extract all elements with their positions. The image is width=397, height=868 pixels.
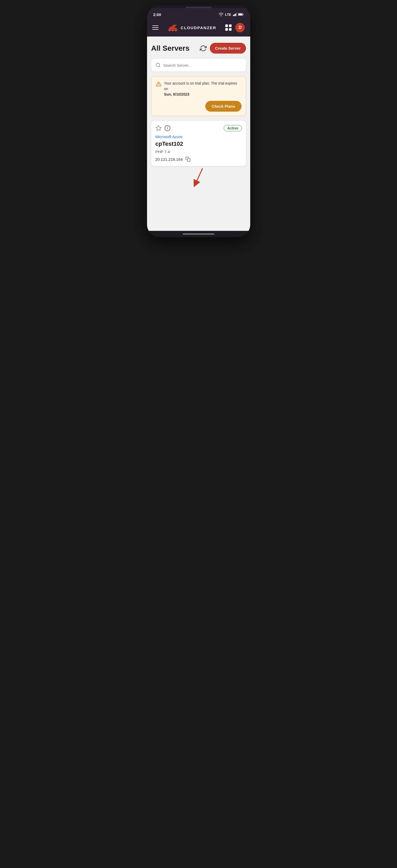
svg-rect-2: [235, 14, 236, 16]
logo-area: CLOUDPANZER: [167, 24, 216, 32]
card-provider: Microsoft Azure: [155, 134, 242, 139]
logo-tank-icon: [167, 24, 179, 32]
lte-label: LTE: [225, 12, 231, 17]
svg-point-25: [158, 85, 159, 86]
hamburger-menu-button[interactable]: [152, 26, 159, 30]
card-ip-row: 20.121.218.164: [155, 157, 242, 162]
svg-line-31: [195, 168, 203, 184]
check-plans-button[interactable]: Check Plans: [205, 101, 241, 112]
active-badge: Active: [224, 125, 242, 131]
svg-rect-18: [225, 24, 228, 27]
home-indicator: [147, 231, 250, 237]
server-card[interactable]: Active Microsoft Azure cpTest102 PHP 7.4…: [151, 121, 246, 166]
trial-banner: Your account is on trial plan, The trial…: [151, 76, 246, 116]
svg-rect-19: [229, 24, 232, 27]
card-icons: [155, 125, 171, 131]
page-header: All Servers Create Server: [151, 43, 246, 54]
user-avatar[interactable]: D: [235, 23, 245, 32]
warning-icon: [156, 81, 161, 87]
search-input[interactable]: [163, 63, 242, 67]
svg-rect-20: [225, 28, 228, 31]
svg-rect-0: [233, 15, 234, 16]
nav-right: D: [225, 23, 245, 32]
status-icons: LTE: [219, 12, 244, 17]
navbar: CLOUDPANZER D: [147, 20, 250, 36]
refresh-icon[interactable]: [200, 45, 207, 52]
create-server-button[interactable]: Create Server: [210, 43, 246, 54]
svg-rect-17: [168, 29, 178, 30]
signal-icon: [233, 12, 237, 16]
svg-rect-3: [236, 13, 237, 16]
card-php: PHP 7.4: [155, 149, 242, 154]
battery-icon: [238, 12, 244, 16]
phone-frame: 2:00 LTE: [147, 5, 250, 237]
logo-text: CLOUDPANZER: [181, 26, 216, 30]
svg-rect-6: [243, 14, 243, 15]
card-top: Active: [155, 125, 242, 131]
search-icon: [155, 63, 161, 68]
svg-rect-21: [229, 28, 232, 31]
main-content: All Servers Create Server: [147, 36, 250, 231]
header-right: Create Server: [200, 43, 246, 54]
status-time: 2:00: [153, 12, 161, 17]
svg-rect-30: [187, 159, 190, 161]
svg-rect-5: [238, 14, 242, 15]
svg-rect-1: [234, 14, 235, 16]
star-icon[interactable]: [155, 125, 162, 131]
svg-rect-10: [173, 25, 177, 26]
trial-banner-bottom: Check Plans: [156, 101, 242, 112]
status-bar: 2:00 LTE: [147, 8, 250, 20]
info-icon[interactable]: [164, 125, 171, 131]
wifi-icon: [219, 12, 223, 16]
page-title: All Servers: [151, 44, 190, 53]
trial-banner-top: Your account is on trial plan, The trial…: [156, 81, 242, 97]
grid-icon[interactable]: [225, 24, 232, 31]
svg-line-23: [159, 66, 160, 67]
notch: [147, 5, 250, 8]
home-bar: [183, 234, 214, 235]
arrow-annotation: [151, 166, 246, 187]
trial-text: Your account is on trial plan, The trial…: [164, 81, 242, 97]
notch-bar: [185, 7, 212, 8]
search-bar: [151, 59, 246, 71]
svg-marker-26: [156, 126, 161, 130]
card-ip: 20.121.218.164: [155, 157, 183, 161]
arrow-pointer: [188, 166, 209, 187]
card-name: cpTest102: [155, 141, 242, 147]
copy-icon[interactable]: [185, 157, 191, 162]
